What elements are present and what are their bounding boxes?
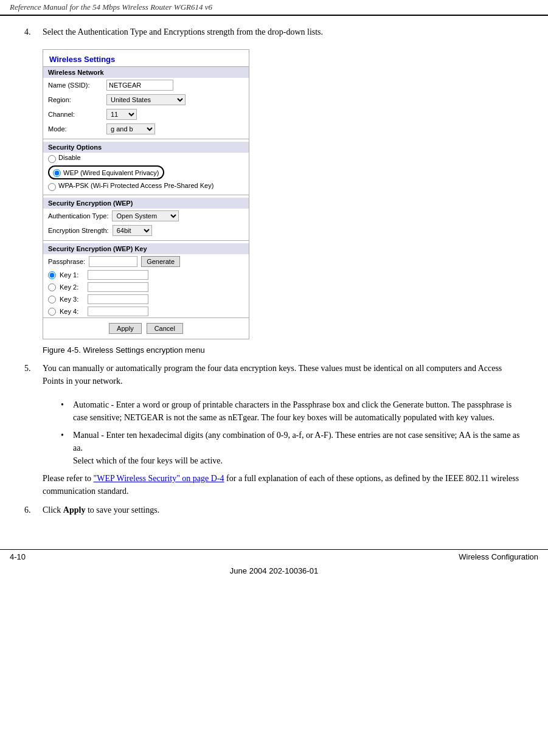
bullet-item-1: • Automatic - Enter a word or group of p… <box>61 398 524 424</box>
step-6-text1: Click <box>43 505 63 515</box>
step-6-number: 6. <box>24 504 43 516</box>
ws-name-input[interactable] <box>106 80 173 91</box>
ws-passphrase-row: Passphrase: Generate <box>43 254 249 269</box>
ws-key1-radio[interactable] <box>48 271 56 279</box>
step-4-number: 4. <box>24 26 43 38</box>
bullet-2-text2: Select which of the four keys will be ac… <box>73 456 223 465</box>
ws-key4-label: Key 4: <box>60 308 84 315</box>
figure-caption-text: Wireless Settings encryption menu <box>83 345 205 355</box>
ws-key1-label: Key 1: <box>60 271 84 279</box>
refer-link[interactable]: "WEP Wireless Security" on page D-4 <box>94 474 224 483</box>
step-5-number: 5. <box>24 362 43 387</box>
ws-wep-radio[interactable] <box>53 169 61 177</box>
ws-key2-row: Key 2: <box>43 281 249 293</box>
ws-name-label: Name (SSID): <box>48 81 103 89</box>
bullet-2-text: Manual - Enter ten hexadecimal digits (a… <box>73 429 524 467</box>
bullet-1-dot: • <box>61 398 73 424</box>
ws-encryption-header: Security Encryption (WEP) <box>43 198 249 209</box>
ws-apply-button[interactable]: Apply <box>109 323 142 334</box>
step-6: 6. Click Apply to save your settings. <box>24 504 524 516</box>
bullet-2-text1: Manual - Enter ten hexadecimal digits (a… <box>73 431 520 453</box>
ws-cancel-button[interactable]: Cancel <box>147 323 183 334</box>
ws-key3-label: Key 3: <box>60 296 84 303</box>
ws-wep-row: WEP (Wired Equivalent Privacy) <box>43 164 249 181</box>
ws-disable-row: Disable <box>43 153 249 164</box>
step-5: 5. You can manually or automatically pro… <box>24 362 524 387</box>
footer-right: Wireless Configuration <box>459 552 538 561</box>
ws-name-row: Name (SSID): <box>43 78 249 92</box>
step-6-text2: to save your settings. <box>85 505 159 515</box>
ws-security-options-header: Security Options <box>43 142 249 153</box>
ws-wep-label: WEP (Wired Equivalent Privacy) <box>63 169 159 176</box>
ws-wpa-radio[interactable] <box>48 183 56 191</box>
ws-key4-input[interactable] <box>88 307 148 316</box>
ws-generate-button[interactable]: Generate <box>141 256 180 267</box>
bullet-1-text: Automatic - Enter a word or group of pri… <box>73 398 524 424</box>
ws-disable-radio[interactable] <box>48 155 56 163</box>
footer-left: 4-10 <box>10 552 26 561</box>
step-5-text: You can manually or automatically progra… <box>43 362 524 387</box>
ws-wpa-row: WPA-PSK (Wi-Fi Protected Access Pre-Shar… <box>43 181 249 192</box>
header-text: Reference Manual for the 54 Mbps Wireles… <box>10 2 212 12</box>
ws-wpa-label: WPA-PSK (Wi-Fi Protected Access Pre-Shar… <box>58 182 213 189</box>
ws-region-select[interactable]: United States <box>106 94 186 105</box>
step-6-text: Click Apply to save your settings. <box>43 504 159 516</box>
ws-auth-select[interactable]: Open System <box>112 210 179 221</box>
ws-key4-row: Key 4: <box>43 305 249 317</box>
bullet-section: • Automatic - Enter a word or group of p… <box>61 398 524 467</box>
ws-enc-label: Encryption Strength: <box>48 227 109 234</box>
ws-enc-row: Encryption Strength: 64bit <box>43 223 249 238</box>
ws-channel-select[interactable]: 11 <box>106 109 137 120</box>
ws-key2-input[interactable] <box>88 282 148 292</box>
bullet-2-dot: • <box>61 429 73 467</box>
ws-mode-select[interactable]: g and b <box>106 123 155 134</box>
ws-passphrase-input[interactable] <box>89 256 137 267</box>
ws-key1-row: Key 1: <box>43 269 249 281</box>
page-footer: 4-10 Wireless Configuration <box>0 549 548 564</box>
ws-key2-label: Key 2: <box>60 283 84 291</box>
ws-channel-label: Channel: <box>48 111 103 118</box>
ws-region-label: Region: <box>48 96 103 103</box>
ws-mode-row: Mode: g and b <box>43 122 249 136</box>
ws-key1-input[interactable] <box>88 270 148 280</box>
ws-region-row: Region: United States <box>43 92 249 107</box>
ws-enc-select[interactable]: 64bit <box>113 225 152 236</box>
ws-wep-key-header: Security Encryption (WEP) Key <box>43 243 249 254</box>
wireless-settings-panel: Wireless Settings Wireless Network Name … <box>43 49 249 339</box>
figure-caption: Figure 4-5. Wireless Settings encryption… <box>43 345 524 355</box>
step-6-bold: Apply <box>63 505 86 515</box>
footer-center-text: June 2004 202-10036-01 <box>230 566 318 575</box>
step-4-text: Select the Authentication Type and Encry… <box>43 26 323 38</box>
refer-text1: Please refer to <box>43 474 94 483</box>
bullet-item-2: • Manual - Enter ten hexadecimal digits … <box>61 429 524 467</box>
main-content: 4. Select the Authentication Type and En… <box>0 16 548 537</box>
ws-title: Wireless Settings <box>43 50 249 67</box>
ws-channel-row: Channel: 11 <box>43 107 249 122</box>
ws-mode-label: Mode: <box>48 125 103 133</box>
ws-key2-radio[interactable] <box>48 283 56 291</box>
ws-key4-radio[interactable] <box>48 308 56 316</box>
ws-button-row: Apply Cancel <box>43 317 249 339</box>
ws-key3-radio[interactable] <box>48 296 56 303</box>
ws-disable-label: Disable <box>58 154 81 161</box>
step-4: 4. Select the Authentication Type and En… <box>24 26 524 38</box>
ws-wep-highlighted: WEP (Wired Equivalent Privacy) <box>48 165 164 179</box>
ws-network-header: Wireless Network <box>43 67 249 78</box>
ws-key3-row: Key 3: <box>43 293 249 305</box>
footer-center: June 2004 202-10036-01 <box>0 566 548 575</box>
figure-caption-bold: Figure 4-5. <box>43 345 81 355</box>
page-header: Reference Manual for the 54 Mbps Wireles… <box>0 0 548 16</box>
ws-auth-row: Authentication Type: Open System <box>43 209 249 223</box>
refer-paragraph: Please refer to "WEP Wireless Security" … <box>43 472 524 498</box>
ws-key3-input[interactable] <box>88 294 148 304</box>
ws-passphrase-label: Passphrase: <box>48 258 85 265</box>
ws-auth-label: Authentication Type: <box>48 212 108 220</box>
